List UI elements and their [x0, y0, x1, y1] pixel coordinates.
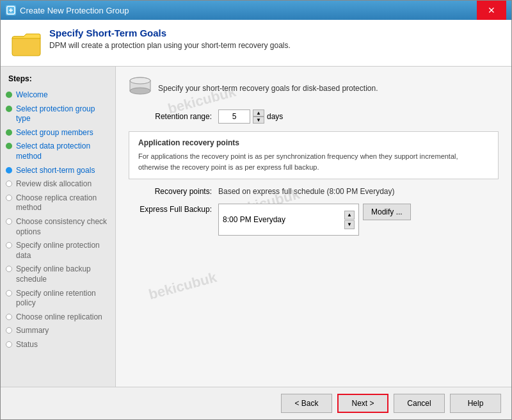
listbox-scrollbar: ▲ ▼ [344, 211, 355, 229]
sidebar-label-data-protection-method: Select data protection method [16, 141, 110, 161]
sidebar-label-replica-creation-method: Choose replica creation method [16, 193, 110, 213]
app-recovery-desc: For applications the recovery point is a… [138, 151, 489, 172]
header-title: Specify Short-Term Goals [49, 28, 291, 38]
cancel-button[interactable]: Cancel [394, 394, 445, 413]
disk-icon [129, 77, 152, 99]
spinner-down-button[interactable]: ▼ [253, 117, 264, 124]
title-bar: Create New Protection Group ✕ [1, 1, 511, 20]
sidebar-label-online-backup-schedule: Specify online backup schedule [16, 264, 110, 284]
svg-point-5 [130, 77, 150, 84]
retention-range-input[interactable] [218, 109, 250, 124]
sidebar-label-status: Status [16, 340, 38, 350]
svg-rect-1 [12, 36, 40, 56]
sidebar-item-online-retention-policy: Specify online retention policy [1, 287, 115, 311]
content-area: bekicubuk bekicubuk bekicubuk Specify yo… [116, 67, 511, 387]
main-window: Create New Protection Group ✕ Specify Sh… [0, 0, 512, 420]
sidebar-item-review-disk-allocation: Review disk allocation [1, 177, 115, 191]
sidebar-label-summary: Summary [16, 326, 49, 336]
sidebar-item-group-members[interactable]: Select group members [1, 126, 115, 140]
dot-consistency-check [6, 218, 12, 225]
header-section: Specify Short-Term Goals DPM will create… [1, 20, 511, 67]
app-recovery-box: Application recovery points For applicat… [129, 131, 499, 179]
svg-point-4 [130, 88, 150, 94]
sidebar-label-short-term-goals: Select short-term goals [16, 166, 95, 176]
sidebar-item-online-backup-schedule: Specify online backup schedule [1, 262, 115, 286]
next-button[interactable]: Next > [337, 394, 388, 413]
listbox-scroll-down[interactable]: ▼ [344, 220, 355, 229]
window-title: Create New Protection Group [20, 6, 129, 15]
sidebar: Steps: Welcome Select protection group t… [1, 67, 116, 387]
listbox-scroll-up[interactable]: ▲ [344, 211, 355, 220]
sidebar-label-online-protection-data: Specify online protection data [16, 241, 110, 261]
dot-replica-creation-method [6, 195, 12, 201]
sidebar-label-online-replication: Choose online replication [16, 312, 102, 323]
dot-online-retention-policy [6, 290, 12, 296]
sidebar-header: Steps: [1, 72, 115, 88]
retention-range-row: Retention range: ▲ ▼ days [129, 109, 499, 124]
sidebar-label-welcome: Welcome [16, 90, 48, 101]
retention-range-unit: days [267, 112, 283, 121]
main-content: Steps: Welcome Select protection group t… [1, 67, 511, 387]
dot-protection-group-type [6, 106, 12, 112]
sidebar-item-welcome[interactable]: Welcome [1, 88, 115, 102]
header-text: Specify Short-Term Goals DPM will create… [49, 28, 291, 50]
footer: < Back Next > Cancel Help [1, 387, 511, 419]
close-button[interactable]: ✕ [477, 1, 506, 20]
dot-short-term-goals [6, 167, 12, 174]
express-full-row: Express Full Backup: 8:00 PM Everyday ▲ … [129, 204, 499, 236]
dot-group-members [6, 129, 12, 136]
retention-range-label: Retention range: [129, 112, 212, 121]
dot-online-protection-data [6, 242, 12, 248]
express-full-controls: 8:00 PM Everyday ▲ ▼ Modify ... [218, 204, 411, 236]
sidebar-item-data-protection-method[interactable]: Select data protection method [1, 140, 115, 163]
sidebar-label-online-retention-policy: Specify online retention policy [16, 289, 110, 309]
sidebar-item-status: Status [1, 338, 115, 352]
spinner-group: ▲ ▼ days [218, 109, 283, 124]
sidebar-item-protection-group-type[interactable]: Select protection group type [1, 102, 115, 126]
back-button[interactable]: < Back [281, 394, 332, 413]
dot-online-replication [6, 314, 12, 320]
sidebar-label-group-members: Select group members [16, 128, 93, 138]
dot-online-backup-schedule [6, 266, 12, 272]
recovery-points-value: Based on express full schedule (8:00 PM … [218, 187, 394, 196]
help-button[interactable]: Help [450, 394, 501, 413]
modify-button[interactable]: Modify ... [363, 204, 411, 220]
sidebar-label-review-disk-allocation: Review disk allocation [16, 179, 92, 190]
sidebar-label-protection-group-type: Select protection group type [16, 104, 110, 124]
spinner-up-button[interactable]: ▲ [253, 109, 264, 117]
sidebar-item-summary: Summary [1, 324, 115, 338]
express-full-label: Express Full Backup: [129, 204, 212, 214]
express-full-listbox[interactable]: 8:00 PM Everyday ▲ ▼ [218, 204, 359, 236]
content-top-row: Specify your short-term recovery goals f… [129, 77, 499, 99]
app-recovery-title: Application recovery points [138, 138, 489, 147]
dot-review-disk-allocation [6, 181, 12, 187]
dot-welcome [6, 92, 12, 98]
dot-summary [6, 327, 12, 334]
express-full-listbox-value: 8:00 PM Everyday [223, 215, 344, 224]
sidebar-item-replica-creation-method: Choose replica creation method [1, 191, 115, 215]
watermark-3: bekicubuk [147, 269, 218, 303]
header-description: DPM will create a protection plan using … [49, 41, 291, 50]
sidebar-item-consistency-check: Choose consistency check options [1, 215, 115, 239]
recovery-points-row: Recovery points: Based on express full s… [129, 187, 499, 196]
dot-data-protection-method [6, 143, 12, 149]
sidebar-item-online-replication: Choose online replication [1, 311, 115, 325]
header-icon [11, 28, 42, 58]
dot-status [6, 341, 12, 348]
title-bar-left: Create New Protection Group [6, 5, 129, 15]
recovery-points-label: Recovery points: [129, 187, 212, 196]
content-top-text: Specify your short-term recovery goals f… [158, 84, 378, 93]
sidebar-item-online-protection-data: Specify online protection data [1, 239, 115, 262]
app-icon [6, 5, 16, 15]
sidebar-item-short-term-goals: Select short-term goals [1, 164, 115, 178]
spinner-buttons: ▲ ▼ [253, 109, 264, 124]
sidebar-label-consistency-check: Choose consistency check options [16, 217, 110, 237]
